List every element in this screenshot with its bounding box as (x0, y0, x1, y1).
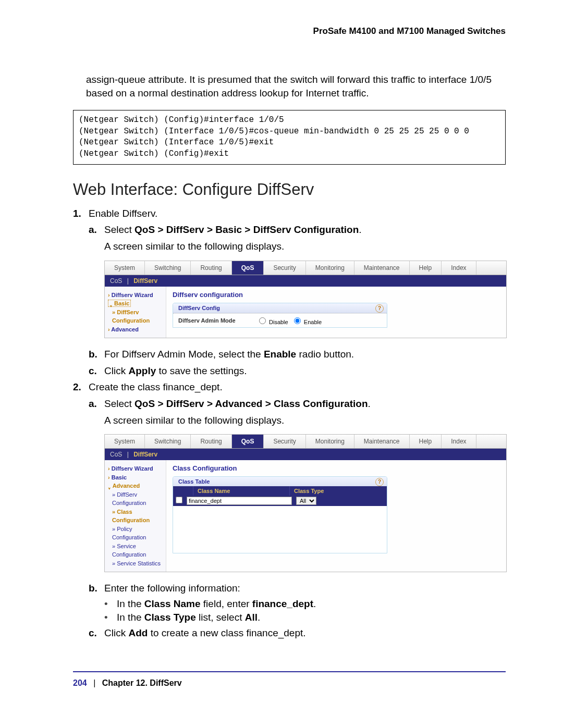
tab-security[interactable]: Security (264, 261, 305, 275)
subnav: CoS | DiffServ (105, 449, 506, 460)
sidebar-item-service-stats[interactable]: » Service Statistics (112, 559, 163, 568)
substep-label: c. (89, 626, 104, 640)
config-box-header: DiffServ Config ? (173, 303, 387, 313)
text-bold: QoS > DiffServ > Advanced > Class Config… (134, 398, 368, 409)
sidebar-item-class-config[interactable]: » Class Configuration (112, 508, 163, 525)
subnav: CoS | DiffServ (105, 275, 506, 287)
subnav-diffserv[interactable]: DiffServ (133, 277, 157, 285)
subnav-sep: | (127, 277, 129, 285)
col-class-type: Class Type (289, 486, 387, 496)
sidebar-item-wizard[interactable]: Diffserv Wizard (108, 292, 153, 298)
radio-enable[interactable]: Enable (291, 316, 322, 325)
text-bold: Enable (264, 349, 296, 360)
tab-index[interactable]: Index (442, 435, 476, 448)
tab-monitoring[interactable]: Monitoring (306, 435, 354, 448)
text-run: Click (104, 365, 128, 376)
sidebar-item-advanced[interactable]: Advanced (108, 326, 139, 332)
config-box-title: DiffServ Config (178, 305, 220, 311)
substep-label: b. (89, 348, 104, 361)
text-run: . (258, 612, 260, 623)
substep-text: Select QoS > DiffServ > Advanced > Class… (104, 397, 506, 411)
text-bold: finance_dept (252, 598, 313, 609)
text-bold: QoS > DiffServ > Basic > DiffServ Config… (134, 224, 359, 235)
sidebar-item-basic[interactable]: Basic (108, 474, 127, 480)
sidebar-item-basic[interactable]: Basic (108, 300, 131, 307)
tab-qos[interactable]: QoS (232, 261, 264, 275)
text-run: . (359, 224, 361, 235)
chapter-label: Chapter 12. DiffServ (102, 678, 182, 687)
subnav-cos[interactable]: CoS (110, 451, 122, 458)
code-block: (Netgear Switch) (Config)#interface 1/0/… (73, 110, 506, 164)
tab-system[interactable]: System (105, 435, 145, 448)
tab-switching[interactable]: Switching (145, 435, 191, 448)
tab-maintenance[interactable]: Maintenance (354, 435, 410, 448)
screenshot-diffserv-config: System Switching Routing QoS Security Mo… (104, 261, 507, 339)
footer-sep: | (93, 678, 95, 687)
step-text: Create the class finance_dept. (89, 380, 506, 394)
substep-text: Click Add to create a new class finance_… (104, 626, 506, 640)
side-nav: Diffserv Wizard Basic Advanced » DiffSer… (105, 460, 166, 572)
radio-label: Disable (269, 319, 288, 325)
tab-switching[interactable]: Switching (145, 261, 191, 275)
screenshot-class-config: System Switching Routing QoS Security Mo… (104, 434, 507, 572)
sidebar-item-advanced[interactable]: Advanced (108, 483, 140, 489)
tab-system[interactable]: System (105, 261, 145, 275)
tab-security[interactable]: Security (264, 435, 305, 448)
sidebar-item-label: Policy Configuration (112, 526, 146, 541)
table-columns: Class Name Class Type (173, 486, 387, 496)
sidebar-item-diffserv-config[interactable]: » DiffServ Configuration (112, 308, 163, 325)
text-run: to save the settings. (156, 365, 247, 376)
tab-row: System Switching Routing QoS Security Mo… (105, 261, 506, 275)
tab-maintenance[interactable]: Maintenance (354, 261, 410, 275)
sidebar-item-diffserv-config[interactable]: » DiffServ Configuration (112, 490, 163, 508)
text-bold: Apply (128, 365, 156, 376)
text-run: . (313, 598, 316, 609)
help-icon[interactable]: ? (375, 304, 384, 313)
bullet-icon: • (104, 598, 117, 610)
row-checkbox[interactable] (176, 497, 182, 503)
tab-help[interactable]: Help (410, 435, 442, 448)
tab-qos[interactable]: QoS (232, 435, 264, 448)
page-number: 204 (73, 678, 87, 687)
config-box: DiffServ Config ? Diffserv Admin Mode Di… (173, 303, 387, 328)
text-run: to create a new class finance_dept. (148, 627, 305, 638)
config-row-label: Diffserv Admin Mode (178, 317, 256, 324)
class-type-select[interactable]: All (296, 497, 316, 505)
sidebar-item-wizard[interactable]: Diffserv Wizard (108, 465, 153, 472)
tab-monitoring[interactable]: Monitoring (306, 261, 354, 275)
section-title: Web Interface: Configure DiffServ (73, 180, 506, 199)
step-text: Enable Diffserv. (89, 207, 506, 220)
subnav-cos[interactable]: CoS (110, 277, 122, 285)
sidebar-item-label: Service Configuration (112, 543, 146, 558)
text-bold: Add (128, 627, 148, 638)
sidebar-item-service-config[interactable]: » Service Configuration (112, 542, 163, 559)
sidebar-item-label: Class Configuration (112, 509, 150, 524)
help-icon[interactable]: ? (375, 478, 384, 486)
class-name-input[interactable] (187, 497, 292, 505)
text-bold: Class Name (144, 598, 201, 609)
tab-help[interactable]: Help (410, 261, 442, 275)
substep-text: Enter the following information: (104, 582, 506, 595)
page-footer: 204 | Chapter 12. DiffServ (73, 671, 506, 688)
tab-index[interactable]: Index (442, 261, 476, 275)
sidebar-item-policy-config[interactable]: » Policy Configuration (112, 525, 163, 542)
text-run: In the (117, 612, 144, 623)
substep-label: c. (89, 364, 104, 378)
text-run: For Diffserv Admin Mode, select the (104, 349, 264, 360)
intro-paragraph: assign-queue attribute. It is presumed t… (86, 73, 506, 100)
class-table-title: Class Table (178, 478, 210, 485)
doc-header: ProSafe M4100 and M7100 Managed Switches (73, 26, 506, 36)
substep-label: a. (89, 397, 104, 411)
tab-routing[interactable]: Routing (191, 435, 231, 448)
side-nav: Diffserv Wizard Basic » DiffServ Configu… (105, 287, 166, 338)
subnav-diffserv[interactable]: DiffServ (133, 451, 157, 458)
text-run: Select (104, 224, 134, 235)
substep-followup: A screen similar to the following displa… (104, 240, 506, 253)
radio-disable[interactable]: Disable (256, 316, 288, 325)
class-table-header: Class Table ? (173, 477, 387, 486)
tab-routing[interactable]: Routing (191, 261, 231, 275)
substep-text: For Diffserv Admin Mode, select the Enab… (104, 348, 506, 361)
table-row: All (173, 496, 387, 506)
bullet-icon: • (104, 612, 117, 623)
substep-text: Click Apply to save the settings. (104, 364, 506, 378)
